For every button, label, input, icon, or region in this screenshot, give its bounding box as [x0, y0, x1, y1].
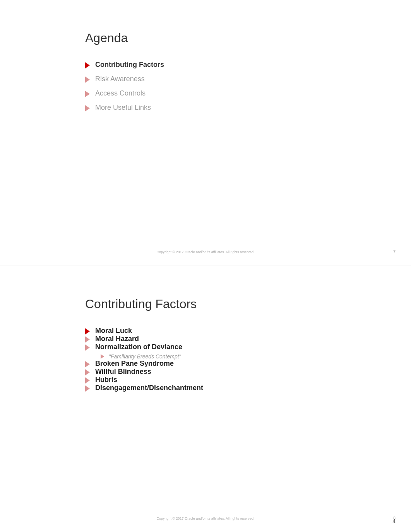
- list-item: Risk Awareness: [85, 75, 326, 83]
- contributing-item: Moral Hazard: [85, 335, 326, 343]
- chevron-icon: [85, 377, 90, 384]
- list-item: Willful Blindness: [85, 368, 326, 376]
- slide1-copyright: Copyright © 2017 Oracle and/or its affil…: [156, 250, 254, 254]
- chevron-icon: [85, 361, 90, 367]
- chevron-icon: [85, 328, 90, 334]
- slide1-page-number: 7: [393, 249, 396, 254]
- chevron-icon: [85, 385, 90, 392]
- agenda-item-label: More Useful Links: [95, 104, 151, 112]
- list-item: Contributing Factors: [85, 61, 326, 69]
- agenda-list: Contributing Factors Risk Awareness Acce…: [85, 61, 326, 112]
- chevron-icon: [85, 336, 90, 343]
- chevron-icon: [85, 62, 90, 68]
- slide-contributing-factors: Contributing Factors Moral Luck Moral Ha…: [0, 266, 411, 532]
- slide2-copyright: Copyright © 2017 Oracle and/or its affil…: [156, 517, 254, 520]
- agenda-item-label: Access Controls: [95, 89, 146, 97]
- list-item: Access Controls: [85, 89, 326, 97]
- contributing-item: Hubris: [85, 376, 326, 384]
- list-item: Moral Luck: [85, 327, 326, 335]
- factor-label: Broken Pane Syndrome: [95, 360, 174, 368]
- contributing-item: Normalization of Deviance: [85, 343, 326, 351]
- contributing-factors-list: Moral Luck Moral Hazard Normalization of…: [85, 327, 326, 392]
- agenda-item-label: Contributing Factors: [95, 61, 164, 69]
- list-item: Hubris: [85, 376, 326, 384]
- slide-agenda: Agenda Contributing Factors Risk Awarene…: [0, 0, 411, 266]
- footer-page-number: 4: [392, 518, 396, 524]
- contributing-item: Moral Luck: [85, 327, 326, 335]
- sub-bullet-item: "Familiarity Breeds Contempt": [101, 353, 326, 360]
- page-container: 10/17/2017 Agenda Contributing Factors R…: [0, 0, 411, 532]
- chevron-icon: [85, 91, 90, 97]
- sub-factor-label: "Familiarity Breeds Contempt": [109, 353, 181, 360]
- factor-label: Hubris: [95, 376, 117, 384]
- chevron-icon: [85, 369, 90, 375]
- list-item: Disengagement/Disenchantment: [85, 384, 326, 392]
- chevron-icon: [85, 344, 90, 351]
- contributing-item: Broken Pane Syndrome: [85, 360, 326, 368]
- slide1-title: Agenda: [85, 31, 326, 45]
- factor-label: Normalization of Deviance: [95, 343, 182, 351]
- list-item: Normalization of Deviance "Familiarity B…: [85, 343, 326, 360]
- slide2-title: Contributing Factors: [85, 297, 326, 311]
- list-item: More Useful Links: [85, 104, 326, 112]
- factor-label: Willful Blindness: [95, 368, 151, 376]
- contributing-item: Disengagement/Disenchantment: [85, 384, 326, 392]
- factor-label: Disengagement/Disenchantment: [95, 384, 203, 392]
- chevron-icon: [101, 354, 104, 359]
- list-item: Broken Pane Syndrome: [85, 360, 326, 368]
- contributing-item: Willful Blindness: [85, 368, 326, 376]
- agenda-item-label: Risk Awareness: [95, 75, 145, 83]
- list-item: Moral Hazard: [85, 335, 326, 343]
- chevron-icon: [85, 77, 90, 83]
- factor-label: Moral Luck: [95, 327, 132, 335]
- chevron-icon: [85, 105, 90, 111]
- factor-label: Moral Hazard: [95, 335, 139, 343]
